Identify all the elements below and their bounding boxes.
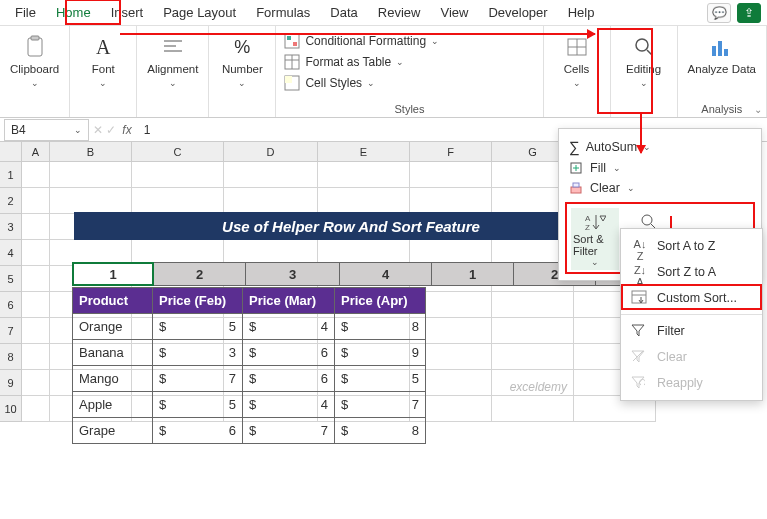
cell-price[interactable]: $7 bbox=[153, 366, 243, 391]
helper-cell[interactable]: 1 bbox=[72, 262, 154, 286]
reapply-icon bbox=[631, 375, 649, 391]
col-header-e[interactable]: E bbox=[318, 142, 410, 162]
fx-icon[interactable]: fx bbox=[116, 123, 137, 137]
editing-button[interactable]: Editing⌄ bbox=[617, 32, 671, 91]
group-cells: Cells⌄ bbox=[544, 26, 611, 117]
svg-rect-18 bbox=[712, 46, 716, 56]
clipboard-button[interactable]: Clipboard⌄ bbox=[6, 32, 63, 91]
row-header[interactable]: 6 bbox=[0, 292, 22, 318]
sort-za-button[interactable]: Z↓ASort Z to A bbox=[621, 259, 762, 285]
cell-price[interactable]: $6 bbox=[243, 366, 335, 391]
table-row[interactable]: Banana$3$6$9 bbox=[73, 339, 425, 365]
row-header[interactable]: 2 bbox=[0, 188, 22, 214]
menu-review[interactable]: Review bbox=[369, 1, 430, 24]
ribbon-collapse-button[interactable]: ⌄ bbox=[754, 104, 762, 115]
cell-styles-label: Cell Styles bbox=[305, 76, 362, 90]
filter-button[interactable]: Filter bbox=[621, 318, 762, 344]
table-header[interactable]: Price (Mar) bbox=[243, 288, 335, 313]
svg-rect-20 bbox=[724, 49, 728, 56]
menu-home[interactable]: Home bbox=[47, 1, 100, 24]
table-header[interactable]: Product bbox=[73, 288, 153, 313]
cell-price[interactable]: $7 bbox=[335, 392, 425, 417]
svg-text:Z: Z bbox=[585, 223, 590, 232]
cell-price[interactable]: $5 bbox=[153, 314, 243, 339]
cell-price[interactable]: $4 bbox=[243, 392, 335, 417]
helper-cell[interactable]: 2 bbox=[154, 262, 246, 286]
helper-cell[interactable]: 1 bbox=[432, 262, 514, 286]
cell-product[interactable]: Mango bbox=[73, 366, 153, 391]
custom-sort-button[interactable]: Custom Sort... bbox=[621, 285, 762, 311]
cell-product[interactable]: Banana bbox=[73, 340, 153, 365]
cell-price[interactable]: $8 bbox=[335, 418, 425, 443]
menu-formulas[interactable]: Formulas bbox=[247, 1, 319, 24]
cell-price[interactable]: $3 bbox=[153, 340, 243, 365]
fill-button[interactable]: Fill bbox=[590, 161, 606, 175]
cell-product[interactable]: Orange bbox=[73, 314, 153, 339]
row-header[interactable]: 3 bbox=[0, 214, 22, 240]
sort-az-button[interactable]: A↓ZSort A to Z bbox=[621, 233, 762, 259]
sort-filter-label: Sort & Filter bbox=[573, 233, 617, 257]
clear-button[interactable]: Clear bbox=[590, 181, 620, 195]
col-header-f[interactable]: F bbox=[410, 142, 492, 162]
row-header[interactable]: 9 bbox=[0, 370, 22, 396]
format-as-table-button[interactable]: Format as Table ⌄ bbox=[282, 53, 406, 71]
row-header[interactable]: 5 bbox=[0, 266, 22, 292]
cell-product[interactable]: Grape bbox=[73, 418, 153, 443]
table-header[interactable]: Price (Apr) bbox=[335, 288, 425, 313]
cell-price[interactable]: $6 bbox=[153, 418, 243, 443]
col-header-d[interactable]: D bbox=[224, 142, 318, 162]
analyze-data-button[interactable]: Analyze Data bbox=[684, 32, 760, 78]
menu-view[interactable]: View bbox=[431, 1, 477, 24]
row-header[interactable]: 10 bbox=[0, 396, 22, 422]
cond-format-icon bbox=[284, 33, 300, 49]
cell-price[interactable]: $5 bbox=[335, 366, 425, 391]
helper-cell[interactable]: 3 bbox=[246, 262, 340, 286]
sort-filter-button[interactable]: AZ Sort & Filter⌄ bbox=[571, 208, 619, 270]
row-header[interactable]: 8 bbox=[0, 344, 22, 370]
table-row[interactable]: Orange$5$4$8 bbox=[73, 313, 425, 339]
name-box[interactable]: B4⌄ bbox=[4, 119, 89, 141]
svg-point-16 bbox=[636, 39, 648, 51]
row-header[interactable]: 7 bbox=[0, 318, 22, 344]
font-button[interactable]: A Font⌄ bbox=[76, 32, 130, 91]
menu-developer[interactable]: Developer bbox=[479, 1, 556, 24]
menu-file[interactable]: File bbox=[6, 1, 45, 24]
cell-price[interactable]: $4 bbox=[243, 314, 335, 339]
table-row[interactable]: Apple$5$4$7 bbox=[73, 391, 425, 417]
sort-filter-icon: AZ bbox=[584, 211, 606, 233]
row-header[interactable]: 4 bbox=[0, 240, 22, 266]
table-row[interactable]: Grape$6$7$8 bbox=[73, 417, 425, 443]
table-row[interactable]: Mango$7$6$5 bbox=[73, 365, 425, 391]
menu-data[interactable]: Data bbox=[321, 1, 366, 24]
cells-button[interactable]: Cells⌄ bbox=[550, 32, 604, 91]
table-header[interactable]: Price (Feb) bbox=[153, 288, 243, 313]
cell-price[interactable]: $9 bbox=[335, 340, 425, 365]
svg-rect-28 bbox=[632, 291, 646, 303]
col-header-c[interactable]: C bbox=[132, 142, 224, 162]
comments-button[interactable]: 💬 bbox=[707, 3, 731, 23]
share-button[interactable]: ⇪ bbox=[737, 3, 761, 23]
cell-price[interactable]: $5 bbox=[153, 392, 243, 417]
share-icon: ⇪ bbox=[744, 6, 754, 20]
menu-insert[interactable]: Insert bbox=[102, 1, 153, 24]
cell-price[interactable]: $8 bbox=[335, 314, 425, 339]
col-header-b[interactable]: B bbox=[50, 142, 132, 162]
custom-sort-label: Custom Sort... bbox=[657, 291, 737, 305]
alignment-button[interactable]: Alignment⌄ bbox=[143, 32, 202, 91]
sort-filter-menu: A↓ZSort A to Z Z↓ASort Z to A Custom Sor… bbox=[620, 228, 763, 401]
sort-za-icon: Z↓A bbox=[631, 264, 649, 280]
cell-price[interactable]: $7 bbox=[243, 418, 335, 443]
cell-product[interactable]: Apple bbox=[73, 392, 153, 417]
number-button[interactable]: % Number⌄ bbox=[215, 32, 269, 91]
menu-page-layout[interactable]: Page Layout bbox=[154, 1, 245, 24]
svg-rect-7 bbox=[293, 42, 297, 46]
cell-price[interactable]: $6 bbox=[243, 340, 335, 365]
menu-help[interactable]: Help bbox=[559, 1, 604, 24]
autosum-button[interactable]: AutoSum bbox=[586, 140, 637, 154]
row-header[interactable]: 1 bbox=[0, 162, 22, 188]
title-banner: Use of Helper Row And Sort Feature bbox=[74, 212, 628, 240]
select-all-corner[interactable] bbox=[0, 142, 22, 162]
helper-cell[interactable]: 4 bbox=[340, 262, 432, 286]
cell-styles-button[interactable]: Cell Styles ⌄ bbox=[282, 74, 377, 92]
col-header-a[interactable]: A bbox=[22, 142, 50, 162]
